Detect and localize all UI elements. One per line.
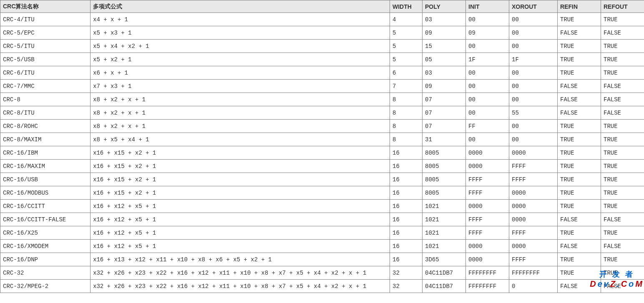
cell-xorout: 00 [509, 13, 558, 26]
cell-poly: 03 [423, 66, 466, 80]
cell-refin: FALSE [558, 280, 601, 293]
cell-refin: FALSE [558, 213, 601, 226]
cell-init: 0000 [466, 240, 509, 253]
cell-init: 00 [466, 80, 509, 93]
cell-poly: 8005 [423, 186, 466, 200]
cell-xorout: FFFF [509, 226, 558, 240]
cell-refout: FALSE [601, 106, 644, 120]
table-row: CRC-5/EPCx5 + x3 + 15090900FALSEFALSE [0, 26, 644, 40]
cell-formula: x8 + x2 + x + 1 [91, 120, 390, 133]
table-row: CRC-6/ITUx6 + x + 16030000TRUETRUE [0, 66, 644, 80]
cell-poly: 15 [423, 40, 466, 53]
cell-width: 16 [390, 146, 423, 160]
cell-name: CRC-16/CCITT-FALSE [0, 213, 91, 226]
cell-refout: TRUE [601, 133, 644, 146]
cell-formula: x8 + x2 + x + 1 [91, 106, 390, 120]
cell-formula: x16 + x15 + x2 + 1 [91, 186, 390, 200]
cell-refout: TRUE [601, 226, 644, 240]
table-row: CRC-8/ITUx8 + x2 + x + 18070055FALSEFALS… [0, 106, 644, 120]
cell-formula: x16 + x15 + x2 + 1 [91, 173, 390, 186]
cell-formula: x7 + x3 + 1 [91, 80, 390, 93]
cell-width: 5 [390, 26, 423, 40]
table-row: CRC-5/USBx5 + x2 + 15051F1FTRUETRUE [0, 53, 644, 66]
cell-formula: x5 + x3 + 1 [91, 26, 390, 40]
cell-formula: x16 + x12 + x5 + 1 [91, 226, 390, 240]
cell-refin: TRUE [558, 66, 601, 80]
cell-poly: 1021 [423, 226, 466, 240]
cell-refout: TRUE [601, 120, 644, 133]
cell-poly: 07 [423, 120, 466, 133]
cell-refout: FALSE [601, 280, 644, 293]
cell-width: 5 [390, 53, 423, 66]
cell-xorout: 00 [509, 93, 558, 106]
cell-width: 32 [390, 280, 423, 293]
table-row: CRC-16/DNPx16 + x13 + x12 + x11 + x10 + … [0, 253, 644, 266]
cell-refin: FALSE [558, 26, 601, 40]
cell-name: CRC-6/ITU [0, 66, 91, 80]
cell-xorout: 0000 [509, 240, 558, 253]
table-row: CRC-16/X25x16 + x12 + x5 + 1161021FFFFFF… [0, 226, 644, 240]
cell-formula: x8 + x5 + x4 + 1 [91, 133, 390, 146]
cell-width: 8 [390, 133, 423, 146]
cell-xorout: FFFF [509, 253, 558, 266]
cell-refout: TRUE [601, 40, 644, 53]
cell-refout: TRUE [601, 53, 644, 66]
cell-refout: TRUE [601, 146, 644, 160]
cell-poly: 07 [423, 106, 466, 120]
cell-width: 32 [390, 266, 423, 280]
cell-refout: TRUE [601, 186, 644, 200]
cell-poly: 03 [423, 13, 466, 26]
cell-refin: TRUE [558, 160, 601, 173]
cell-init: FFFFFFFF [466, 266, 509, 280]
cell-width: 5 [390, 40, 423, 53]
cell-refin: TRUE [558, 253, 601, 266]
cell-init: FFFF [466, 213, 509, 226]
cell-name: CRC-5/EPC [0, 26, 91, 40]
cell-width: 16 [390, 240, 423, 253]
table-row: CRC-16/USBx16 + x15 + x2 + 1168005FFFFFF… [0, 173, 644, 186]
table-row: CRC-16/XMODEMx16 + x12 + x5 + 1161021000… [0, 240, 644, 253]
table-row: CRC-5/ITUx5 + x4 + x2 + 15150000TRUETRUE [0, 40, 644, 53]
cell-poly: 04C11DB7 [423, 280, 466, 293]
crc-table: CRC算法名称 多项式公式 WIDTH POLY INIT XOROUT REF… [0, 0, 644, 293]
cell-formula: x4 + x + 1 [91, 13, 390, 26]
cell-width: 16 [390, 213, 423, 226]
cell-init: FFFF [466, 226, 509, 240]
cell-name: CRC-8 [0, 93, 91, 106]
cell-name: CRC-16/USB [0, 173, 91, 186]
cell-refout: FALSE [601, 93, 644, 106]
cell-refin: TRUE [558, 186, 601, 200]
cell-refin: TRUE [558, 226, 601, 240]
cell-name: CRC-32 [0, 266, 91, 280]
cell-refin: TRUE [558, 53, 601, 66]
cell-poly: 09 [423, 26, 466, 40]
cell-name: CRC-16/XMODEM [0, 240, 91, 253]
cell-xorout: FFFFFFFF [509, 266, 558, 280]
cell-poly: 04C11DB7 [423, 266, 466, 280]
cell-init: 09 [466, 26, 509, 40]
cell-width: 8 [390, 106, 423, 120]
cell-name: CRC-5/USB [0, 53, 91, 66]
cell-refin: FALSE [558, 240, 601, 253]
cell-formula: x16 + x12 + x5 + 1 [91, 213, 390, 226]
cell-poly: 3D65 [423, 253, 466, 266]
cell-name: CRC-32/MPEG-2 [0, 280, 91, 293]
table-row: CRC-16/IBMx16 + x15 + x2 + 1168005000000… [0, 146, 644, 160]
cell-init: 1F [466, 53, 509, 66]
table-row: CRC-8/MAXIMx8 + x5 + x4 + 18310000TRUETR… [0, 133, 644, 146]
cell-width: 8 [390, 120, 423, 133]
cell-name: CRC-16/MAXIM [0, 160, 91, 173]
cell-init: 00 [466, 40, 509, 53]
cell-refout: TRUE [601, 13, 644, 26]
cell-refin: TRUE [558, 40, 601, 53]
cell-init: 00 [466, 133, 509, 146]
cell-poly: 8005 [423, 173, 466, 186]
cell-xorout: 1F [509, 53, 558, 66]
cell-refin: TRUE [558, 13, 601, 26]
cell-name: CRC-7/MMC [0, 80, 91, 93]
cell-xorout: 00 [509, 120, 558, 133]
cell-poly: 8005 [423, 146, 466, 160]
cell-refin: TRUE [558, 146, 601, 160]
cell-formula: x16 + x13 + x12 + x11 + x10 + x8 + x6 + … [91, 253, 390, 266]
cell-poly: 1021 [423, 240, 466, 253]
